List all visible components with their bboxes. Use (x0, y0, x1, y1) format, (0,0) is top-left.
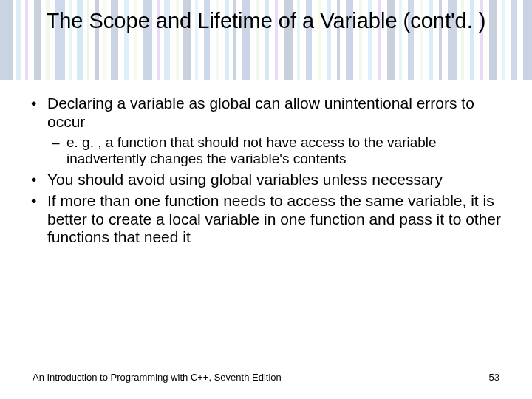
bullet-item: You should avoid using global variables … (27, 171, 505, 189)
bullet-text: Declaring a variable as global can allow… (47, 95, 474, 130)
footer-source: An Introduction to Programming with C++,… (33, 372, 282, 383)
bullet-item: Declaring a variable as global can allow… (27, 95, 505, 168)
slide-title: The Scope and Lifetime of a Variable (co… (0, 7, 532, 34)
bullet-item: If more than one function needs to acces… (27, 192, 505, 247)
sub-bullet-item: e. g. , a function that should not have … (47, 134, 505, 168)
slide-body: Declaring a variable as global can allow… (27, 95, 505, 250)
bullet-text: You should avoid using global variables … (47, 171, 443, 188)
bullet-text: If more than one function needs to acces… (47, 192, 501, 246)
sub-bullet-text: e. g. , a function that should not have … (66, 134, 437, 167)
footer-page-number: 53 (489, 372, 499, 383)
